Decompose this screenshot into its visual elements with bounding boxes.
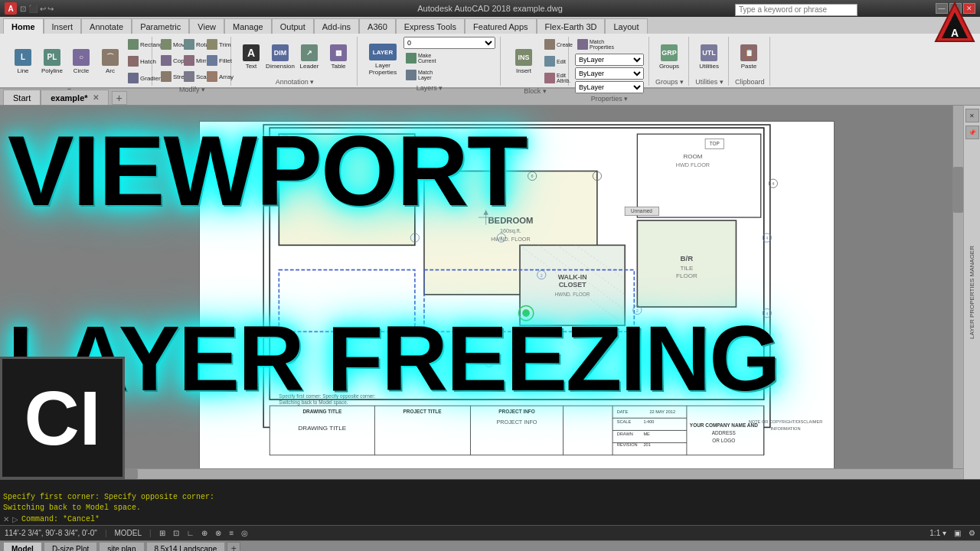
line-button[interactable]: L Line: [9, 43, 37, 80]
quick-access-toolbar[interactable]: ⊡ ⬛ ↩ ↪: [20, 5, 54, 13]
trim-button[interactable]: Trim: [204, 37, 226, 52]
model-indicator[interactable]: MODEL: [115, 529, 142, 537]
svg-text:2: 2: [636, 308, 639, 313]
svg-text:4: 4: [772, 181, 774, 186]
command-input[interactable]: [103, 515, 977, 523]
utilities-button[interactable]: UTL Utilities: [695, 38, 723, 75]
array-button[interactable]: Array: [204, 69, 226, 84]
mirror-button[interactable]: Mirror: [181, 53, 203, 68]
properties-group-label: Properties ▾: [575, 95, 644, 103]
move-button[interactable]: Move: [158, 37, 180, 52]
tab-flex-earth[interactable]: Flex-Earth 3D: [537, 18, 606, 34]
doc-tab-close[interactable]: ✕: [93, 93, 99, 102]
tab-view[interactable]: View: [189, 18, 224, 34]
tab-express-tools[interactable]: Express Tools: [396, 18, 465, 34]
group-button[interactable]: GRP Groups: [655, 38, 683, 75]
new-tab-button[interactable]: +: [112, 91, 127, 105]
status-separator-1: |: [105, 529, 107, 537]
insert-button[interactable]: INS Insert: [507, 43, 541, 80]
svg-text:DATE: DATE: [617, 409, 629, 414]
svg-text:2: 2: [413, 236, 416, 240]
scale-button[interactable]: Scale: [181, 69, 203, 84]
doc-tab-example[interactable]: example* ✕: [41, 90, 108, 105]
tab-home[interactable]: Home: [3, 18, 44, 34]
polyline-button[interactable]: PL Polyline: [38, 43, 66, 80]
svg-text:SCALE: SCALE: [617, 419, 632, 424]
add-layout-button[interactable]: +: [227, 542, 240, 552]
grid-toggle[interactable]: ⊞: [159, 529, 165, 537]
command-input-line: ✕ ▷ Command: *Cancel*: [3, 515, 977, 523]
drawing-canvas[interactable]: 3 BEDROOM 160sq.ft. HWND. FLOOR WALK-IN …: [199, 121, 835, 479]
osnap-toggle[interactable]: ⊗: [215, 529, 221, 537]
lineweight-dropdown[interactable]: ByLayer: [575, 81, 644, 93]
svg-text:3: 3: [488, 360, 490, 365]
search-input[interactable]: [735, 4, 858, 16]
rotate-button[interactable]: Rotate: [181, 37, 203, 52]
rectangle-button[interactable]: Rectangle: [126, 37, 147, 52]
tab-output[interactable]: Output: [272, 18, 314, 34]
tab-dsize-plot[interactable]: D-size Plot: [44, 542, 97, 552]
tab-a360[interactable]: A360: [359, 18, 396, 34]
svg-text:Switching back to Model space.: Switching back to Model space.: [279, 399, 348, 406]
tab-layout[interactable]: Layout: [605, 18, 647, 34]
layer-properties-button[interactable]: LAYER Layer Properties: [364, 41, 402, 78]
panel-close-btn[interactable]: ✕: [965, 109, 979, 122]
polar-toggle[interactable]: ⊕: [201, 529, 207, 537]
make-current-button[interactable]: Make Current: [403, 51, 425, 66]
ci-logo-box: CI: [0, 357, 125, 479]
ortho-toggle[interactable]: ∟: [187, 529, 194, 537]
arc-button[interactable]: ⌒ Arc: [96, 43, 124, 80]
color-dropdown[interactable]: ByLayer: [575, 54, 644, 66]
leader-button[interactable]: ↗ Leader: [296, 38, 323, 75]
svg-text:HWD FLOOR: HWD FLOOR: [676, 161, 710, 168]
tab-featured-apps[interactable]: Featured Apps: [465, 18, 537, 34]
autocad-logo: A: [934, 2, 975, 43]
ribbon-group-utilities: UTL Utilities Utilities ▾: [691, 37, 729, 86]
transparency-toggle[interactable]: ◎: [241, 529, 248, 537]
tab-model[interactable]: Model: [3, 542, 42, 552]
vertical-scrollbar[interactable]: [952, 106, 963, 468]
tab-site-plan[interactable]: site plan: [99, 542, 144, 552]
cmd-expand-btn[interactable]: ▷: [12, 515, 18, 523]
hatch-button[interactable]: Hatch: [126, 54, 147, 69]
tab-manage[interactable]: Manage: [224, 18, 272, 34]
tab-insert[interactable]: Insert: [44, 18, 82, 34]
tab-parametric[interactable]: Parametric: [132, 18, 189, 34]
circle-button[interactable]: ○ Circle: [67, 43, 95, 80]
dimension-button[interactable]: DIM Dimension: [266, 38, 294, 75]
svg-text:3: 3: [630, 360, 632, 365]
panel-pin-btn[interactable]: 📌: [965, 126, 979, 139]
linetype-dropdown[interactable]: ByLayer: [575, 67, 644, 80]
title-bar-left: A ⊡ ⬛ ↩ ↪: [5, 2, 54, 15]
svg-text:YOUR COMPANY NAME AND: YOUR COMPANY NAME AND: [690, 422, 758, 428]
paste-button[interactable]: 📋 Paste: [735, 38, 763, 75]
match-properties-button[interactable]: Match Properties: [575, 37, 596, 52]
modify-group-content: Move Copy Stretch Rotate Mirror Scale Tr…: [158, 37, 226, 84]
horizontal-scrollbar[interactable]: [0, 468, 963, 479]
layer-dropdown[interactable]: 0: [403, 37, 495, 49]
snap-toggle[interactable]: ⊡: [173, 529, 179, 537]
doc-tab-start[interactable]: Start: [3, 90, 41, 105]
fillet-button[interactable]: Fillet: [204, 53, 226, 68]
edit-attributes-button[interactable]: Edit Attrib.: [542, 70, 564, 86]
annotation-scale[interactable]: 1:1 ▾: [929, 529, 946, 537]
match-layer-button[interactable]: Match Layer: [403, 67, 425, 83]
gradient-button[interactable]: Gradient: [126, 70, 147, 86]
tab-addins[interactable]: Add-ins: [314, 18, 359, 34]
tab-annotate[interactable]: Annotate: [81, 18, 132, 34]
svg-text:A: A: [951, 27, 959, 39]
edit-block-button[interactable]: Edit: [542, 54, 564, 69]
lineweight-toggle[interactable]: ≡: [229, 529, 234, 537]
workspace-switcher[interactable]: ⚙: [969, 529, 975, 537]
text-button[interactable]: A Text: [237, 38, 265, 75]
close-cmd-btn[interactable]: ✕: [3, 515, 9, 523]
stretch-button[interactable]: Stretch: [158, 69, 180, 84]
layers-group-content: LAYER Layer Properties 0 Make Current Ma…: [364, 37, 495, 83]
copy-button[interactable]: Copy: [158, 53, 180, 68]
clipboard-group-content: 📋 Paste: [735, 37, 765, 77]
layer-controls: 0 Make Current Match Layer: [403, 37, 495, 83]
table-button[interactable]: ▦ Table: [325, 38, 352, 75]
create-block-button[interactable]: Create: [542, 37, 564, 52]
tab-85x14[interactable]: 8.5x14 Landscape: [146, 542, 226, 552]
modify-small-buttons-2: Rotate Mirror Scale: [181, 37, 203, 84]
